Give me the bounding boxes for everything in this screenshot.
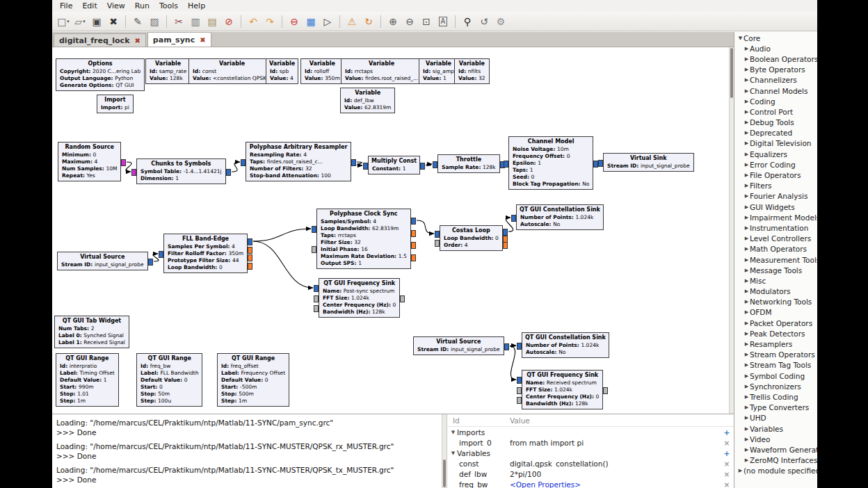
library-category-stream-operators[interactable]: ▶Stream Operators bbox=[734, 350, 817, 360]
chevron-right-icon[interactable]: ▶ bbox=[744, 447, 750, 453]
input-port[interactable] bbox=[517, 343, 522, 350]
block-var_samp_rate[interactable]: VariableId: samp_rateValue: 128k bbox=[145, 58, 191, 84]
output-port[interactable] bbox=[248, 263, 252, 270]
properties-icon[interactable]: ✎ bbox=[130, 14, 145, 29]
tab-close-icon[interactable]: ✖ bbox=[134, 37, 140, 44]
remove-icon[interactable]: × bbox=[720, 439, 734, 447]
library-category-measurement-tools[interactable]: ▶Measurement Tools bbox=[734, 254, 817, 265]
chevron-right-icon[interactable]: ▶ bbox=[744, 109, 750, 115]
chevron-down-icon[interactable]: ▼ bbox=[449, 430, 457, 435]
block-multiply_const[interactable]: Multiply ConstConstant: 1 bbox=[368, 156, 420, 174]
reload-icon[interactable]: ↻ bbox=[361, 14, 376, 29]
menu-edit[interactable]: Edit bbox=[77, 1, 102, 11]
input-port[interactable] bbox=[598, 160, 603, 167]
library-category-resamplers[interactable]: ▶Resamplers bbox=[734, 339, 817, 349]
block-freq_sink_1[interactable]: QT GUI Frequency SinkName: Post-sync spe… bbox=[319, 278, 400, 318]
close-icon[interactable]: ✖ bbox=[106, 14, 121, 29]
connection-wire[interactable] bbox=[232, 162, 240, 172]
remove-icon[interactable]: × bbox=[720, 480, 734, 488]
output-port[interactable] bbox=[148, 259, 153, 266]
block-range_freq_bw[interactable]: QT GUI RangeId: freq_bwLabel: FLL Bandwi… bbox=[136, 353, 202, 407]
menu-view[interactable]: View bbox=[102, 1, 130, 11]
library-category-byte-operators[interactable]: ▶Byte Operators bbox=[734, 65, 817, 75]
chevron-right-icon[interactable]: ▶ bbox=[744, 162, 750, 168]
block-resampler[interactable]: Polyphase Arbitrary ResamplerResampling … bbox=[246, 142, 351, 181]
output-port[interactable] bbox=[411, 218, 416, 225]
input-port[interactable] bbox=[159, 251, 163, 258]
chevron-down-icon[interactable]: ▼ bbox=[737, 35, 744, 41]
library-category-modulators[interactable]: ▶Modulators bbox=[734, 286, 817, 297]
chevron-right-icon[interactable]: ▶ bbox=[744, 46, 750, 51]
chevron-right-icon[interactable]: ▶ bbox=[744, 288, 750, 294]
connection-wire[interactable] bbox=[426, 164, 432, 165]
chevron-down-icon[interactable]: ▼ bbox=[449, 450, 457, 456]
property-row[interactable]: freq_bw<Open Properties>× bbox=[447, 479, 734, 488]
chevron-right-icon[interactable]: ▶ bbox=[744, 426, 750, 432]
remove-icon[interactable]: × bbox=[720, 459, 734, 468]
block-var_def_lbw[interactable]: VariableId: def_lbwValue: 62.8319m bbox=[340, 88, 395, 113]
chevron-right-icon[interactable]: ▶ bbox=[744, 309, 750, 315]
open-icon[interactable]: ▱▾ bbox=[72, 14, 88, 29]
output-port[interactable] bbox=[121, 159, 126, 166]
connection-wire[interactable] bbox=[357, 162, 362, 165]
connection-wire[interactable] bbox=[153, 254, 159, 261]
property-value[interactable]: <Open Properties> bbox=[510, 480, 720, 488]
auto-size-icon[interactable]: A bbox=[435, 14, 451, 29]
connection-wire[interactable] bbox=[510, 346, 516, 380]
chevron-right-icon[interactable]: ▶ bbox=[744, 394, 750, 400]
chevron-right-icon[interactable]: ▶ bbox=[744, 56, 750, 62]
screenshot-icon[interactable]: ▨ bbox=[147, 14, 162, 29]
remove-icon[interactable]: × bbox=[720, 470, 734, 478]
add-icon[interactable]: + bbox=[720, 428, 734, 437]
output-port[interactable] bbox=[400, 295, 405, 302]
block-var_nfilts[interactable]: VariableId: nfiltsValue: 32 bbox=[454, 58, 490, 84]
block-range_freq_offset[interactable]: QT GUI RangeId: freq_offsetLabel: Freque… bbox=[217, 353, 289, 407]
input-port[interactable] bbox=[435, 240, 440, 247]
paste-icon[interactable]: ▤ bbox=[204, 14, 220, 29]
library-category-debug-tools[interactable]: ▶Debug Tools bbox=[734, 117, 817, 128]
library-category-audio[interactable]: ▶Audio bbox=[734, 43, 817, 54]
tab-digital_freq_lock[interactable]: digital_freq_lock✖ bbox=[54, 33, 146, 47]
library-category-channelizers[interactable]: ▶Channelizers bbox=[734, 75, 817, 86]
redo-icon[interactable]: ↷ bbox=[262, 14, 278, 29]
delete-icon[interactable]: ⊘ bbox=[221, 14, 236, 29]
block-var_rrctaps[interactable]: VariableId: rrctapsValue: firdes.root_ra… bbox=[341, 58, 422, 84]
output-port[interactable] bbox=[351, 159, 356, 166]
menu-help[interactable]: Help bbox=[183, 1, 210, 11]
library-category-file-operators[interactable]: ▶File Operators bbox=[734, 170, 817, 180]
input-port[interactable] bbox=[517, 397, 522, 404]
block-var_const[interactable]: VariableId: constValue: <constellation Q… bbox=[188, 58, 275, 84]
chevron-right-icon[interactable]: ▶ bbox=[744, 278, 750, 284]
new-icon[interactable]: □▾ bbox=[56, 14, 71, 29]
canvas-vertical-scrollbar[interactable] bbox=[729, 47, 734, 414]
chevron-right-icon[interactable]: ▶ bbox=[744, 99, 750, 104]
chevron-right-icon[interactable]: ▶ bbox=[744, 373, 750, 379]
input-port[interactable] bbox=[241, 159, 246, 166]
input-port[interactable] bbox=[511, 215, 516, 222]
input-port[interactable] bbox=[517, 387, 522, 394]
library-category-filters[interactable]: ▶Filters bbox=[734, 181, 817, 191]
chevron-right-icon[interactable]: ▶ bbox=[737, 468, 744, 473]
block-throttle[interactable]: ThrottleSample Rate: 128k bbox=[437, 154, 500, 173]
connection-wire[interactable] bbox=[417, 220, 434, 234]
output-port[interactable] bbox=[420, 163, 425, 170]
block-virtual_source_1[interactable]: Virtual SourceStream ID: input_signal_pr… bbox=[57, 252, 148, 270]
output-port[interactable] bbox=[411, 254, 416, 261]
find-icon[interactable]: ⚲ bbox=[460, 14, 475, 29]
chevron-right-icon[interactable]: ▶ bbox=[744, 362, 750, 368]
chevron-right-icon[interactable]: ▶ bbox=[744, 437, 750, 442]
library-category-error-coding[interactable]: ▶Error Coding bbox=[734, 159, 817, 170]
block-var_sig_amp[interactable]: VariableId: sig_ampValue: 1 bbox=[419, 58, 458, 84]
library-category-uhd[interactable]: ▶UHD bbox=[734, 413, 817, 423]
block-var_rolloff[interactable]: VariableId: rolloffValue: 350m bbox=[300, 58, 344, 84]
property-section-row[interactable]: ▼Imports+ bbox=[447, 427, 734, 437]
property-row[interactable]: constdigital.qpsk_constellation()× bbox=[447, 458, 734, 469]
cut-icon[interactable]: ✂ bbox=[171, 14, 186, 29]
library-category-misc[interactable]: ▶Misc bbox=[734, 275, 817, 286]
library-category-ofdm[interactable]: ▶OFDM bbox=[734, 307, 817, 318]
library-category-instrumentation[interactable]: ▶Instrumentation bbox=[734, 222, 817, 233]
refresh-icon[interactable]: ↺ bbox=[476, 14, 492, 29]
chevron-right-icon[interactable]: ▶ bbox=[744, 299, 750, 304]
library-category-waveform-generators[interactable]: ▶Waveform Generators bbox=[734, 444, 817, 455]
chevron-right-icon[interactable]: ▶ bbox=[744, 130, 750, 136]
